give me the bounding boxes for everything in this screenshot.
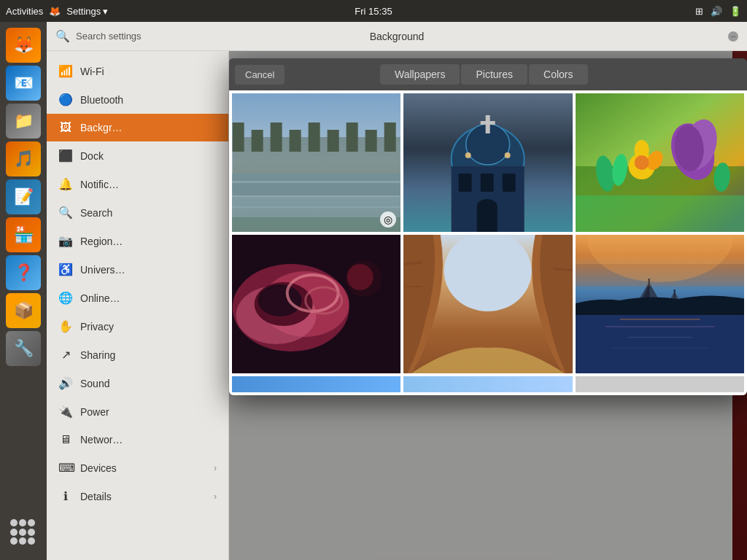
sidebar-item-universal[interactable]: ♿ Univers… — [47, 255, 228, 284]
dock-files[interactable]: 📁 — [6, 104, 41, 139]
sidebar-item-wifi[interactable]: 📶 Wi-Fi — [47, 57, 228, 85]
svg-rect-67 — [576, 235, 744, 264]
power-icon: 🔌 — [58, 405, 73, 419]
sidebar-item-network[interactable]: 🖥 Networ… — [47, 426, 228, 454]
dock-firefox[interactable]: 🦊 — [6, 28, 41, 63]
sidebar-devices-label: Devices — [80, 462, 206, 474]
sidebar-item-dock[interactable]: ⬛ Dock — [47, 141, 228, 170]
svg-point-47 — [258, 284, 302, 316]
wallpaper-canyon[interactable] — [403, 235, 572, 373]
region-icon: 📷 — [58, 234, 73, 248]
svg-rect-4 — [271, 122, 282, 152]
wifi-icon: 📶 — [58, 64, 73, 78]
firefox-dock-icon: 🦊 — [49, 6, 61, 17]
background-icon: 🖼 — [58, 121, 73, 134]
sidebar-network-label: Networ… — [80, 434, 217, 446]
svg-point-26 — [477, 199, 498, 214]
sidebar-item-power[interactable]: 🔌 Power — [47, 397, 228, 426]
bluetooth-icon: 🔵 — [58, 93, 73, 106]
wallpaper-flowers[interactable] — [576, 93, 744, 232]
wallpaper-harbor[interactable] — [576, 235, 744, 373]
network-icon: ⊞ — [695, 6, 703, 17]
devices-icon: ⌨ — [58, 461, 73, 475]
sidebar-item-devices[interactable]: ⌨ Devices › — [47, 454, 228, 482]
svg-rect-23 — [481, 174, 494, 192]
online-icon: 🌐 — [58, 291, 73, 305]
tab-pictures[interactable]: Pictures — [461, 64, 527, 85]
wallpaper-castle[interactable]: ◎ — [232, 93, 400, 232]
tab-wallpapers[interactable]: Wallpapers — [380, 64, 460, 85]
universal-icon: ♿ — [58, 262, 73, 276]
sidebar-item-online[interactable]: 🌐 Online… — [47, 284, 228, 312]
search-sidebar-icon: 🔍 — [58, 206, 73, 219]
svg-rect-3 — [252, 130, 263, 152]
svg-rect-10 — [384, 122, 396, 152]
svg-rect-22 — [459, 174, 472, 192]
wallpaper-cathedral[interactable] — [403, 93, 572, 232]
dock-rhythmbox[interactable]: 🎵 — [6, 141, 41, 176]
topbar-right: ⊞ 🔊 🔋 — [695, 6, 741, 17]
dock-icon-sidebar: ⬛ — [58, 149, 73, 163]
settings-header-left: 🔍 Search settings — [55, 29, 142, 43]
sidebar-item-sharing[interactable]: ↗ Sharing — [47, 341, 228, 369]
wallpaper-partial-1[interactable] — [232, 376, 400, 392]
settings-window: 🔍 Search settings Background – 📶 Wi-Fi 🔵… — [47, 22, 747, 560]
minimize-button[interactable]: – — [728, 31, 738, 42]
topbar-left: Activities 🦊 Settings ▾ — [6, 6, 108, 17]
wallpaper-abstract[interactable] — [232, 235, 400, 373]
svg-point-53 — [444, 235, 532, 311]
cancel-button[interactable]: Cancel — [235, 65, 285, 85]
dock-libreoffice[interactable]: 📝 — [6, 179, 41, 214]
dock-thunderbird[interactable]: 📧 — [6, 66, 41, 101]
svg-rect-12 — [232, 181, 400, 183]
app-grid-icon[interactable] — [10, 519, 36, 545]
settings-body: 📶 Wi-Fi 🔵 Bluetooth 🖼 Backgr… ⬛ Dock 🔔 N… — [47, 51, 747, 560]
settings-app-label[interactable]: Settings ▾ — [66, 6, 108, 17]
sidebar-item-privacy[interactable]: ✋ Privacy — [47, 312, 228, 341]
svg-rect-8 — [347, 122, 358, 152]
svg-rect-14 — [232, 206, 400, 208]
sidebar-background-label: Backgr… — [80, 122, 217, 133]
dock-help[interactable]: ❓ — [6, 255, 41, 290]
sidebar-item-bluetooth[interactable]: 🔵 Bluetooth — [47, 85, 228, 114]
sidebar-item-details[interactable]: ℹ Details › — [47, 482, 228, 510]
privacy-icon: ✋ — [58, 319, 73, 333]
dock-tools[interactable]: 🔧 — [6, 331, 41, 366]
svg-rect-61 — [619, 319, 700, 320]
sidebar-search-label: Search — [80, 207, 217, 219]
svg-rect-62 — [605, 326, 714, 327]
sidebar-wifi-label: Wi-Fi — [80, 66, 217, 77]
sidebar-item-search[interactable]: 🔍 Search — [47, 198, 228, 227]
details-icon: ℹ — [58, 489, 73, 503]
topbar: Activities 🦊 Settings ▾ Fri 15:35 ⊞ 🔊 🔋 — [0, 0, 747, 22]
sidebar-item-sound[interactable]: 🔊 Sound — [47, 369, 228, 397]
settings-search-icon[interactable]: 🔍 — [55, 29, 70, 43]
tab-colors[interactable]: Colors — [529, 64, 587, 85]
devices-arrow-icon: › — [214, 463, 217, 473]
sidebar-item-notifications[interactable]: 🔔 Notific… — [47, 170, 228, 198]
sidebar-item-background[interactable]: 🖼 Backgr… — [47, 114, 228, 141]
sidebar-notifications-label: Notific… — [80, 179, 217, 190]
svg-rect-24 — [503, 174, 516, 192]
dock-appstore[interactable]: 🏪 — [6, 217, 41, 252]
svg-rect-15 — [232, 217, 400, 232]
sidebar-item-region[interactable]: 📷 Region… — [47, 227, 228, 255]
sidebar-region-label: Region… — [80, 236, 217, 247]
wallpaper-grid: ◎ — [229, 90, 747, 376]
settings-header: 🔍 Search settings Background – — [47, 22, 747, 51]
network-sidebar-icon: 🖥 — [58, 433, 73, 446]
dialog-tabs: Wallpapers Pictures Colors — [380, 64, 588, 85]
sidebar-sound-label: Sound — [80, 378, 217, 389]
svg-rect-38 — [576, 195, 744, 232]
sidebar-dock-label: Dock — [80, 150, 217, 162]
svg-rect-13 — [232, 195, 400, 197]
svg-rect-63 — [627, 337, 692, 338]
activities-button[interactable]: Activities — [6, 6, 43, 17]
wallpaper-partial-3[interactable] — [576, 376, 744, 392]
dock-amazon[interactable]: 📦 — [6, 293, 41, 328]
wallpaper-partial-2[interactable] — [403, 376, 572, 392]
svg-rect-64 — [612, 348, 707, 349]
svg-rect-9 — [365, 130, 377, 152]
settings-sidebar: 📶 Wi-Fi 🔵 Bluetooth 🖼 Backgr… ⬛ Dock 🔔 N… — [47, 51, 229, 560]
sidebar-bluetooth-label: Bluetooth — [80, 94, 217, 106]
